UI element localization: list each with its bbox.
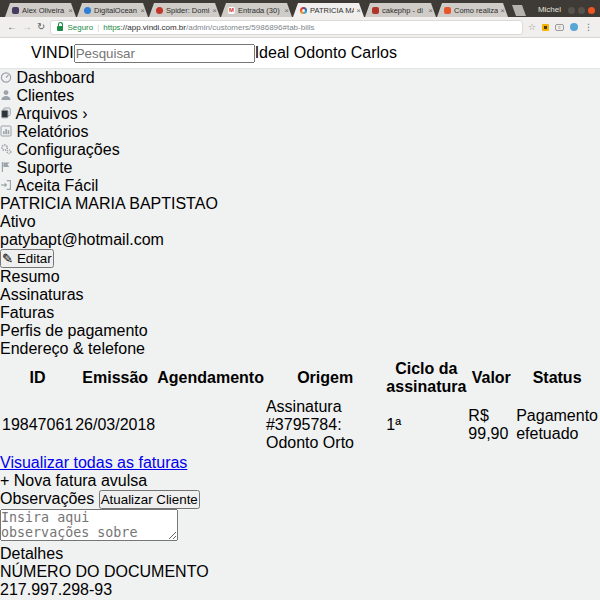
invoice-row[interactable]: 19847061 26/03/2018 Assinatura #3795784:… — [2, 398, 598, 452]
column-header-label: Valor — [472, 369, 511, 386]
browser-tab-active[interactable]: PATRICIA MA × — [293, 3, 364, 17]
new-tab-button[interactable] — [512, 5, 526, 16]
invoices-table: IDEmissãoAgendamentoOrigemCiclo da assin… — [0, 358, 600, 454]
tab[interactable]: Faturas — [0, 304, 600, 322]
tab-title: cakephp - di — [382, 6, 426, 15]
refresh-button[interactable]: ↻ — [37, 22, 45, 32]
page-favicon — [444, 7, 451, 14]
invoice-schedule — [157, 398, 264, 452]
plus-icon[interactable]: + — [0, 472, 9, 489]
invoice-amount: R$ 99,90 — [468, 398, 514, 452]
browser-titlebar: Alex Oliveira × DigitalOcean × Spider: D… — [0, 0, 600, 17]
tab-close-icon[interactable]: × — [68, 6, 73, 15]
account-menu[interactable]: Ideal Odonto — [255, 44, 347, 61]
column-header-label: Agendamento — [157, 369, 264, 386]
invoice-origin: Assinatura #3795784: Odonto Orto — [266, 398, 384, 452]
address-bar[interactable]: Seguro | https://app.vindi.com.br/admin/… — [50, 20, 523, 35]
tab-close-icon[interactable]: × — [284, 6, 289, 15]
invoice-cycle: 1ª — [386, 398, 466, 452]
search-input[interactable] — [74, 44, 255, 63]
column-header: Ciclo da assinatura — [386, 360, 466, 396]
column-header-label: Emissão — [82, 369, 148, 386]
close-window-button[interactable] — [588, 7, 595, 14]
panels-row: Observações Atualizar Cliente Detalhes N… — [0, 490, 600, 600]
sidebar-item-relatorios[interactable]: Relatórios — [0, 123, 600, 141]
column-header-label: Ciclo da assinatura — [386, 360, 466, 395]
user-icon — [0, 87, 12, 104]
browser-tab[interactable]: cakephp - di × — [365, 3, 436, 17]
column-header-label: Origem — [297, 369, 353, 386]
tab-title: DigitalOcean — [94, 6, 138, 15]
app-navbar: VINDI Ideal Odonto Carlos — [0, 38, 600, 69]
view-all-invoices-link[interactable]: Visualizar todas as faturas — [0, 454, 187, 471]
urlbar-icons: ☆ ≡ ⋮ — [528, 23, 593, 32]
notes-panel-title: Observações — [0, 490, 94, 507]
browser-tab[interactable]: Como realiza × — [437, 3, 508, 17]
files-icon — [0, 105, 12, 122]
tab-close-icon[interactable]: × — [500, 6, 505, 15]
user-menu[interactable]: Carlos — [351, 44, 397, 61]
notes-panel: Observações Atualizar Cliente — [0, 490, 600, 545]
tab[interactable]: Endereço & telefone — [0, 340, 600, 358]
update-client-button[interactable]: Atualizar Cliente — [99, 490, 200, 509]
browser-window: Alex Oliveira × DigitalOcean × Spider: D… — [0, 0, 600, 600]
vindi-logo[interactable]: VINDI — [10, 44, 74, 62]
customer-email-link[interactable]: patybapt@hotmail.com — [0, 231, 600, 249]
tab-close-icon[interactable]: × — [140, 6, 145, 15]
tab-close-icon[interactable]: × — [356, 6, 361, 15]
forward-button[interactable]: → — [22, 22, 32, 32]
tab[interactable]: Perfis de pagamento — [0, 322, 600, 340]
new-invoice-button[interactable]: + Nova fatura avulsa — [0, 472, 600, 490]
extension-icon[interactable] — [542, 24, 549, 31]
tab[interactable]: Resumo — [0, 268, 600, 286]
chevron-right-icon: › — [82, 105, 87, 122]
window-controls — [568, 7, 595, 14]
chrome-menu-icon[interactable]: ⋮ — [584, 23, 593, 32]
column-header: ID — [2, 360, 73, 396]
sidebar-item-suporte[interactable]: Suporte — [0, 159, 600, 177]
edit-button[interactable]: ✎ Editar — [0, 249, 54, 268]
tab-title: Entrada (30) — [238, 6, 282, 15]
sidebar-item-label: Dashboard — [16, 69, 94, 86]
bookmark-star-icon[interactable]: ☆ — [528, 23, 536, 32]
browser-tab[interactable]: Alex Oliveira × — [5, 3, 76, 17]
tab-close-icon[interactable]: × — [212, 6, 217, 15]
browser-tab[interactable]: Spider: Domi × — [149, 3, 220, 17]
browser-extension-icon[interactable] — [570, 23, 578, 31]
notes-body — [0, 509, 600, 545]
document-number-label: NÚMERO DO DOCUMENTO — [0, 563, 600, 581]
sidebar: Dashboard Clientes Arquivos › Relatórios… — [0, 69, 600, 195]
url-scheme: https — [103, 23, 120, 32]
vindi-ring-icon — [10, 45, 26, 61]
tab-close-icon[interactable]: × — [428, 6, 433, 15]
minimize-button[interactable] — [568, 7, 575, 14]
padlock-icon — [57, 26, 63, 31]
back-button[interactable]: ← — [7, 22, 17, 32]
column-header: Emissão — [75, 360, 155, 396]
brand-name: VINDI — [31, 44, 74, 62]
sidebar-item-aceita-facil[interactable]: Aceita Fácil — [0, 177, 600, 195]
document-number-value: 217.997.298-93 — [0, 581, 600, 599]
browser-tab[interactable]: M Entrada (30) × — [221, 3, 292, 17]
tab-title: PATRICIA MA — [310, 6, 354, 15]
sidebar-item-configuracoes[interactable]: Configurações — [0, 141, 600, 159]
dashboard-icon — [0, 69, 12, 86]
new-invoice-label[interactable]: Nova fatura avulsa — [14, 472, 147, 489]
sign-in-icon — [0, 177, 12, 194]
notes-textarea[interactable] — [0, 509, 178, 541]
pencil-icon: ✎ — [2, 251, 13, 266]
sidebar-item-label: Configurações — [16, 141, 119, 158]
gmail-favicon: M — [228, 7, 235, 14]
url-separator: | — [97, 23, 99, 32]
sidebar-item-dashboard[interactable]: Dashboard — [0, 69, 600, 87]
tab[interactable]: Assinaturas — [0, 286, 600, 304]
sidebar-item-arquivos[interactable]: Arquivos › — [0, 105, 600, 123]
sidebar-item-label: Suporte — [16, 159, 72, 176]
sidebar-item-clientes[interactable]: Clientes — [0, 87, 600, 105]
digitalocean-favicon — [84, 7, 91, 14]
browser-tab[interactable]: DigitalOcean × — [77, 3, 148, 17]
maximize-button[interactable] — [578, 7, 585, 14]
url-path: /admin/customers/5986896#tab-bills — [186, 23, 315, 32]
cast-extension-icon[interactable]: ≡ — [555, 24, 564, 31]
customer-name: PATRICIA MARIA BAPTISTAO — [0, 195, 600, 213]
